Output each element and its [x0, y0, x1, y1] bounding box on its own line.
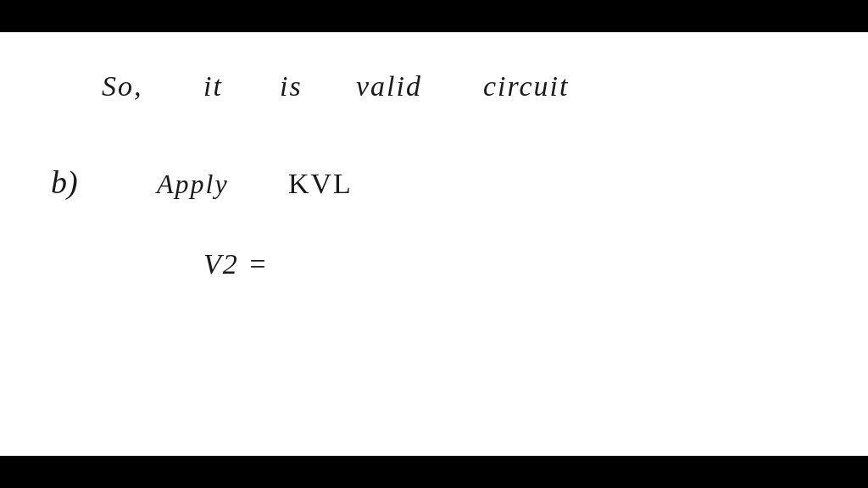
text-is: is	[280, 70, 303, 102]
content-area: So, it is valid circuit b) Apply KVL V2 …	[0, 32, 868, 456]
screen: So, it is valid circuit b) Apply KVL V2 …	[0, 0, 868, 488]
text-so: So,	[102, 70, 143, 102]
handwriting-svg: So, it is valid circuit b) Apply KVL V2 …	[0, 32, 868, 456]
text-valid: valid	[356, 70, 422, 102]
top-bar	[0, 0, 868, 32]
text-v2-eq: V2 =	[203, 248, 269, 280]
text-it: it	[203, 70, 223, 102]
bottom-bar	[0, 456, 868, 488]
text-apply: Apply	[155, 169, 229, 199]
text-circuit: circuit	[483, 70, 570, 102]
text-b-label: b)	[51, 164, 78, 201]
text-kvl: KVL	[288, 168, 353, 199]
